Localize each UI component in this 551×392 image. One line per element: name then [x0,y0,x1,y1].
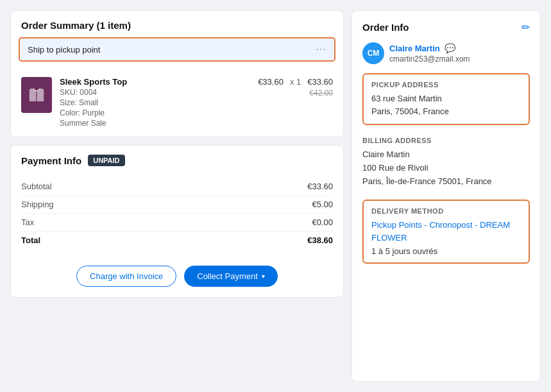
pickup-address-line2: Paris, 75004, France [371,105,521,118]
pickup-address-section: PICKUP ADDRESS 63 rue Saint Martin Paris… [362,73,530,125]
unpaid-badge: Unpaid [88,155,124,166]
payment-header: Payment Info Unpaid [11,146,343,173]
customer-name[interactable]: Claire Martin [389,44,440,53]
item-pricing: €33.60 x 1 €33.60 €42.00 [256,77,333,98]
item-sale: Summer Sale [60,119,248,128]
item-image [21,77,52,113]
total-value: €38.60 [307,235,333,245]
subtotal-label: Subtotal [21,182,52,191]
delivery-days: 1 à 5 jours ouvrés [371,246,521,256]
payment-rows: Subtotal €33.60 Shipping €5.00 Tax €0.00… [11,173,343,258]
payment-actions: Charge with Invoice Collect Payment ▾ [11,258,343,297]
item-sku: SKU: 0004 [60,88,248,97]
chat-icon[interactable]: 💬 [445,43,455,53]
collect-payment-button[interactable]: Collect Payment ▾ [184,266,278,287]
item-details: Sleek Sports Top SKU: 0004 Size: Small C… [60,77,248,128]
customer-email: cmartin253@zmail.xom [389,55,470,64]
item-original-price: €42.00 [309,89,333,98]
delivery-method-label: DELIVERY METHOD [371,207,521,215]
shipping-method-label: Ship to pickup point [28,45,100,55]
main-container: Order Summary (1 item) Ship to pickup po… [0,0,551,392]
pickup-address-line1: 63 rue Saint Martin [371,92,521,105]
order-summary-title: Order Summary (1 item) [11,11,343,37]
delivery-method-section: DELIVERY METHOD Pickup Points - Chronopo… [362,200,530,264]
total-row: Total €38.60 [21,231,333,249]
payment-title: Payment Info [21,155,81,166]
right-panel: Order Info ✏ CM Claire Martin 💬 cmartin2… [352,10,541,382]
delivery-method-name: Pickup Points - Chronopost - DREAM FLOWE… [371,219,521,244]
charge-with-invoice-button[interactable]: Charge with Invoice [76,266,176,287]
shipping-value: €5.00 [312,200,333,209]
order-info-header: Order Info ✏ [362,21,530,33]
tax-value: €0.00 [312,217,333,227]
payment-info-card: Payment Info Unpaid Subtotal €33.60 Ship… [10,145,344,298]
item-color: Color: Purple [60,108,248,117]
left-panel: Order Summary (1 item) Ship to pickup po… [10,10,344,382]
order-summary-card: Order Summary (1 item) Ship to pickup po… [10,10,344,137]
billing-name: Claire Martin [362,148,530,162]
order-info-title: Order Info [362,22,409,33]
item-total: €33.60 [307,77,333,87]
shipping-label: Shipping [21,200,54,209]
tax-row: Tax €0.00 [21,213,333,231]
billing-address-label: BILLING ADDRESS [362,137,530,144]
billing-street: 100 Rue de Rivoli [362,162,530,175]
order-item: Sleek Sports Top SKU: 0004 Size: Small C… [11,68,343,137]
tax-label: Tax [21,217,34,227]
more-options-icon[interactable]: ··· [316,44,326,55]
item-price: €33.60 [258,77,284,87]
customer-row: CM Claire Martin 💬 cmartin253@zmail.xom [362,42,530,64]
avatar: CM [362,42,384,64]
item-name: Sleek Sports Top [60,77,248,87]
billing-city: Paris, Île-de-France 75001, France [362,175,530,189]
shirt-icon [27,85,46,105]
chevron-down-icon: ▾ [262,273,265,280]
shipping-row: Shipping €5.00 [21,195,333,213]
edit-icon[interactable]: ✏ [521,21,530,33]
shipping-method-bar: Ship to pickup point ··· [19,37,335,62]
customer-info: Claire Martin 💬 cmartin253@zmail.xom [389,43,470,64]
pickup-address-label: PICKUP ADDRESS [371,81,521,89]
item-size: Size: Small [60,98,248,107]
total-label: Total [21,235,40,245]
billing-address-section: BILLING ADDRESS Claire Martin 100 Rue de… [362,134,530,191]
subtotal-value: €33.60 [307,182,333,191]
subtotal-row: Subtotal €33.60 [21,178,333,195]
collect-payment-label: Collect Payment [197,271,258,281]
item-qty: x 1 [290,77,301,87]
